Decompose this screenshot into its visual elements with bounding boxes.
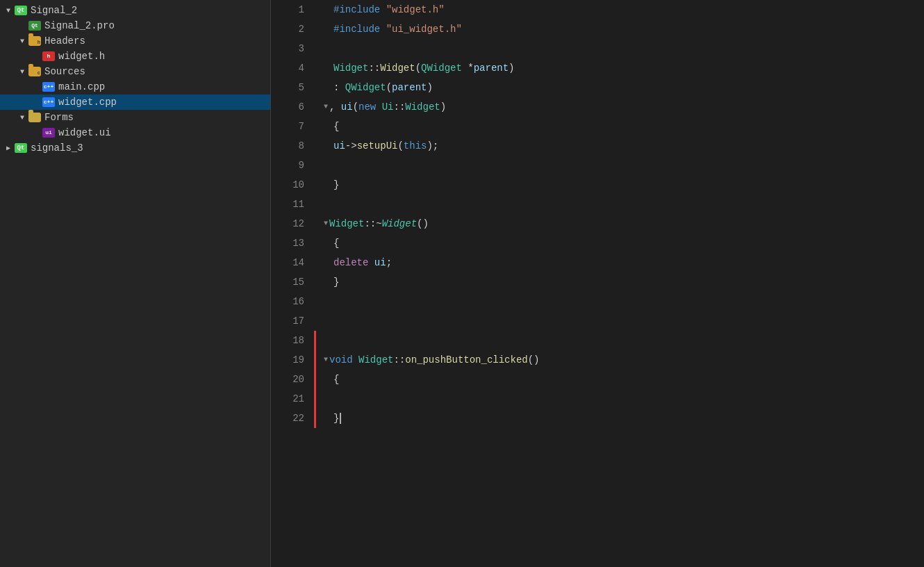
tree-arrow: ▼: [3, 7, 14, 15]
code-text: Widget::Widget(QWidget *parent): [333, 58, 515, 78]
code-text: #include "widget.h": [333, 0, 445, 19]
line-number: 2: [277, 19, 304, 39]
tree-item-label: main.cpp: [58, 81, 105, 92]
line-number: 6: [277, 97, 304, 117]
sidebar-item-maincpp[interactable]: c++main.cpp: [0, 79, 270, 94]
tree-item-label: Sources: [44, 66, 85, 77]
code-line: : QWidget(parent): [324, 78, 913, 97]
line-number: 4: [277, 58, 304, 78]
tree-item-label: widget.cpp: [58, 97, 117, 108]
code-line: ▼ , ui(new Ui::Widget): [324, 97, 913, 117]
tree-arrow: ▼: [17, 38, 28, 45]
qt-project-icon: Qt: [14, 6, 28, 15]
code-line: [324, 292, 913, 311]
code-editor: 12345678910111213141516171819202122 #inc…: [271, 0, 924, 567]
line-number: 18: [277, 331, 304, 350]
sidebar-item-headers[interactable]: ▼hHeaders: [0, 33, 270, 49]
sources-folder-icon: c: [28, 67, 42, 76]
code-text: }: [333, 175, 339, 195]
code-text: {: [333, 233, 339, 253]
tree-item-label: Forms: [44, 112, 74, 123]
code-line: #include "ui_widget.h": [324, 19, 913, 39]
code-line: [324, 311, 913, 331]
tree-arrow: ▼: [17, 68, 28, 76]
tree-item-label: Signal_2: [31, 5, 77, 16]
line-number: 10: [277, 175, 304, 195]
sidebar-item-signal2pro[interactable]: QtSignal_2.pro: [0, 18, 270, 33]
code-line: delete ui;: [324, 253, 913, 272]
code-line: }: [324, 175, 913, 195]
headers-folder-icon: h: [28, 36, 42, 46]
file-tree: ▼QtSignal_2QtSignal_2.pro▼hHeadershwidge…: [0, 0, 271, 567]
code-line: #include "widget.h": [324, 0, 913, 19]
ui-file-icon: ui: [42, 128, 56, 138]
code-text: : QWidget(parent): [333, 78, 433, 97]
sidebar-item-widgeth[interactable]: hwidget.h: [0, 49, 270, 64]
sidebar-item-forms[interactable]: ▼Forms: [0, 110, 270, 125]
code-line: [324, 331, 913, 350]
code-line: {: [324, 233, 913, 253]
forms-folder-icon: [28, 113, 42, 122]
code-line: }: [324, 272, 913, 292]
code-line: [324, 195, 913, 214]
code-line: {: [324, 117, 913, 136]
header-file-icon: h: [42, 51, 56, 61]
code-line: Widget::Widget(QWidget *parent): [324, 58, 913, 78]
line-number: 19: [277, 350, 304, 370]
tree-arrow: ▼: [17, 114, 28, 122]
code-text: void Widget::on_pushButton_clicked(): [329, 350, 540, 370]
tree-arrow: ▶: [3, 144, 14, 152]
cpp-file-icon: c++: [42, 82, 56, 92]
code-text: delete ui;: [333, 253, 392, 272]
tree-item-label: signals_3: [31, 142, 83, 154]
sidebar-item-widgetui[interactable]: uiwidget.ui: [0, 125, 270, 140]
sidebar-item-widgetcpp[interactable]: c++widget.cpp: [0, 94, 270, 110]
code-content: #include "widget.h"#include "ui_widget.h…: [313, 0, 924, 567]
code-line: {: [324, 370, 913, 389]
line-number: 13: [277, 233, 304, 253]
fold-arrow-icon[interactable]: ▼: [324, 97, 328, 117]
line-number: 5: [277, 78, 304, 97]
line-number: 21: [277, 389, 304, 409]
tree-item-label: Signal_2.pro: [44, 20, 115, 31]
line-number: 22: [277, 409, 304, 428]
line-number: 20: [277, 370, 304, 389]
code-line: ▼ Widget::~Widget(): [324, 214, 913, 233]
code-line: [324, 156, 913, 175]
code-text: }: [333, 272, 339, 292]
pro-file-icon: Qt: [28, 21, 42, 31]
line-number: 1: [277, 0, 304, 19]
code-text: , ui(new Ui::Widget): [329, 97, 446, 117]
line-number: 9: [277, 156, 304, 175]
sidebar-item-signal2[interactable]: ▼QtSignal_2: [0, 3, 270, 18]
sidebar-item-signals3[interactable]: ▶Qtsignals_3: [0, 140, 270, 156]
line-number: 11: [277, 195, 304, 214]
code-text: {: [333, 370, 339, 389]
line-number: 12: [277, 214, 304, 233]
fold-arrow-icon[interactable]: ▼: [324, 214, 328, 233]
tree-item-label: widget.h: [58, 51, 105, 62]
cpp-file-icon: c++: [42, 97, 56, 107]
code-text: #include "ui_widget.h": [333, 19, 462, 39]
line-numbers: 12345678910111213141516171819202122: [271, 0, 313, 567]
code-line: [324, 389, 913, 409]
qt-project-icon: Qt: [14, 143, 28, 153]
sidebar-item-sources[interactable]: ▼cSources: [0, 64, 270, 79]
code-text: ui->setupUi(this);: [333, 136, 438, 156]
code-text: {: [333, 117, 339, 136]
line-number: 16: [277, 292, 304, 311]
fold-arrow-icon[interactable]: ▼: [324, 350, 328, 370]
tree-item-label: widget.ui: [58, 127, 111, 138]
code-line: ui->setupUi(this);: [324, 136, 913, 156]
line-number: 15: [277, 272, 304, 292]
line-number: 7: [277, 117, 304, 136]
tree-item-label: Headers: [44, 35, 85, 47]
line-number: 14: [277, 253, 304, 272]
line-number: 8: [277, 136, 304, 156]
code-text: Widget::~Widget(): [329, 214, 429, 233]
code-line: [324, 39, 913, 58]
line-number: 17: [277, 311, 304, 331]
code-text: }: [333, 409, 341, 428]
code-line: ▼ void Widget::on_pushButton_clicked(): [324, 350, 913, 370]
code-line: }: [324, 409, 913, 428]
